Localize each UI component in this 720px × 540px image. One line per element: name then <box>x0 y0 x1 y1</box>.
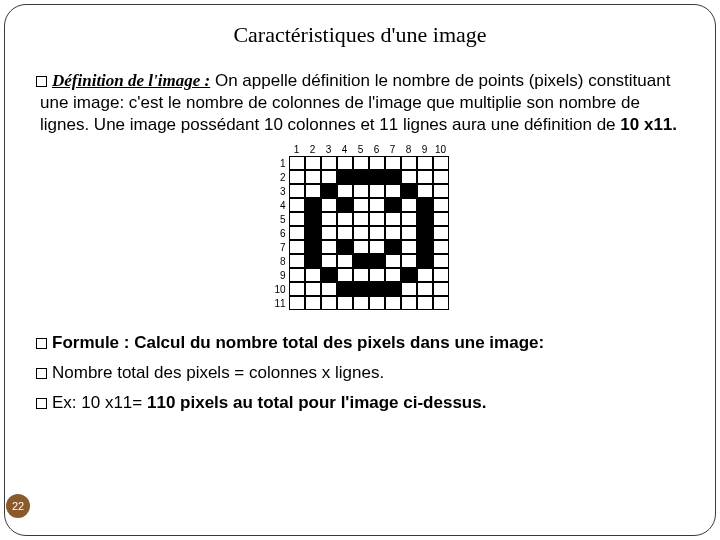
grid-cell <box>289 184 305 198</box>
grid-cell <box>369 254 385 268</box>
pixel-grid: 123456789101234567891011 <box>272 143 449 310</box>
grid-cell <box>337 156 353 170</box>
grid-cell <box>385 212 401 226</box>
grid-col-header: 5 <box>353 143 369 156</box>
grid-cell <box>337 226 353 240</box>
grid-cell <box>321 226 337 240</box>
grid-cell <box>321 254 337 268</box>
grid-cell <box>369 184 385 198</box>
grid-cell <box>305 226 321 240</box>
grid-cell <box>305 296 321 310</box>
pixel-grid-figure: 123456789101234567891011 <box>40 143 680 314</box>
grid-cell <box>369 296 385 310</box>
grid-cell <box>417 184 433 198</box>
grid-cell <box>417 170 433 184</box>
grid-cell <box>433 226 449 240</box>
grid-cell <box>289 156 305 170</box>
grid-cell <box>433 184 449 198</box>
definition-bold-tail: 10 x11. <box>620 115 677 134</box>
grid-cell <box>417 240 433 254</box>
grid-cell <box>321 296 337 310</box>
grid-cell <box>353 198 369 212</box>
grid-cell <box>417 226 433 240</box>
grid-cell <box>337 170 353 184</box>
grid-cell <box>385 268 401 282</box>
grid-cell <box>321 268 337 282</box>
grid-cell <box>385 254 401 268</box>
grid-cell <box>321 156 337 170</box>
grid-cell <box>337 296 353 310</box>
grid-cell <box>289 212 305 226</box>
slide-content: Caractéristiques d'une image Définition … <box>0 0 720 540</box>
grid-cell <box>385 282 401 296</box>
grid-cell <box>321 170 337 184</box>
grid-cell <box>353 170 369 184</box>
definition-paragraph: Définition de l'image : On appelle défin… <box>40 70 680 135</box>
grid-cell <box>289 296 305 310</box>
grid-cell <box>401 184 417 198</box>
grid-cell <box>305 240 321 254</box>
grid-cell <box>321 212 337 226</box>
example-pre: Ex: 10 x11= <box>52 393 147 412</box>
grid-cell <box>433 212 449 226</box>
grid-cell <box>417 296 433 310</box>
grid-cell <box>433 254 449 268</box>
grid-row-header: 5 <box>272 212 289 226</box>
grid-cell <box>433 268 449 282</box>
grid-cell <box>337 212 353 226</box>
checkbox-icon <box>36 398 47 409</box>
grid-cell <box>305 170 321 184</box>
grid-row-header: 6 <box>272 226 289 240</box>
grid-cell <box>321 282 337 296</box>
definition-lead: Définition de l'image : <box>52 71 210 90</box>
grid-cell <box>433 282 449 296</box>
grid-cell <box>305 254 321 268</box>
grid-cell <box>401 268 417 282</box>
grid-cell <box>401 198 417 212</box>
grid-cell <box>417 268 433 282</box>
grid-cell <box>353 268 369 282</box>
grid-cell <box>417 198 433 212</box>
grid-col-header: 3 <box>321 143 337 156</box>
grid-cell <box>385 296 401 310</box>
grid-cell <box>385 170 401 184</box>
grid-cell <box>305 156 321 170</box>
grid-cell <box>305 268 321 282</box>
grid-row-header: 8 <box>272 254 289 268</box>
grid-cell <box>401 282 417 296</box>
example-bold: 110 pixels au total pour l'image ci-dess… <box>147 393 486 412</box>
grid-cell <box>353 282 369 296</box>
grid-col-header: 7 <box>385 143 401 156</box>
grid-cell <box>401 156 417 170</box>
checkbox-icon <box>36 338 47 349</box>
grid-cell <box>369 198 385 212</box>
grid-cell <box>433 240 449 254</box>
grid-cell <box>433 156 449 170</box>
grid-col-header: 6 <box>369 143 385 156</box>
grid-cell <box>401 226 417 240</box>
grid-cell <box>337 268 353 282</box>
grid-cell <box>433 296 449 310</box>
grid-cell <box>289 240 305 254</box>
grid-cell <box>289 198 305 212</box>
grid-cell <box>417 156 433 170</box>
equation-text: Nombre total des pixels = colonnes x lig… <box>52 363 384 382</box>
grid-cell <box>337 198 353 212</box>
grid-cell <box>337 254 353 268</box>
grid-cell <box>337 184 353 198</box>
grid-cell <box>305 184 321 198</box>
grid-col-header: 1 <box>289 143 305 156</box>
grid-cell <box>369 170 385 184</box>
grid-row-header: 11 <box>272 296 289 310</box>
grid-cell <box>369 282 385 296</box>
grid-cell <box>385 156 401 170</box>
grid-cell <box>385 226 401 240</box>
grid-cell <box>305 198 321 212</box>
grid-cell <box>417 212 433 226</box>
grid-cell <box>433 198 449 212</box>
grid-col-header: 4 <box>337 143 353 156</box>
grid-row-header: 4 <box>272 198 289 212</box>
grid-cell <box>337 282 353 296</box>
grid-cell <box>369 212 385 226</box>
grid-cell <box>369 226 385 240</box>
